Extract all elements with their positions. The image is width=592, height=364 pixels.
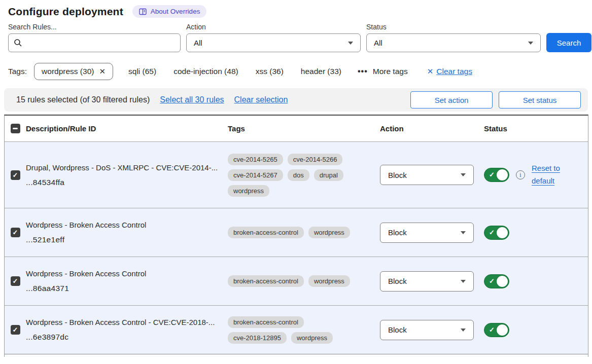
tag-option-code-injection[interactable]: code-injection (48) [173, 67, 238, 76]
action-filter-value: All [194, 39, 202, 47]
search-rules-box [8, 33, 181, 52]
clear-selection-link[interactable]: Clear selection [234, 95, 288, 104]
action-select[interactable]: Block [380, 223, 474, 243]
search-filter: Search Rules... [8, 23, 181, 52]
row-checkbox[interactable]: ✓ [11, 228, 20, 237]
check-icon: ✓ [489, 229, 495, 236]
remove-tag-icon[interactable]: ✕ [99, 67, 106, 76]
about-overrides-badge[interactable]: About Overrides [132, 5, 207, 18]
column-header-tags: Tags [228, 124, 380, 133]
action-select-value: Block [388, 325, 407, 334]
search-rules-input[interactable] [26, 39, 175, 47]
tags-label: Tags: [8, 67, 27, 76]
row-checkbox[interactable]: ✓ [11, 325, 20, 335]
check-icon: ✓ [489, 326, 495, 334]
chevron-down-icon [461, 329, 466, 332]
tag-pill: wordpress [308, 275, 350, 287]
check-icon: ✓ [13, 229, 18, 236]
set-status-button[interactable]: Set status [499, 91, 581, 108]
toggle-knob [497, 227, 508, 238]
info-icon[interactable]: i [516, 170, 525, 179]
next-row-peek [5, 354, 588, 357]
tag-option-xss[interactable]: xss (36) [256, 67, 284, 76]
status-filter: Status All [366, 23, 541, 52]
select-all-checkbox[interactable] [11, 124, 20, 133]
check-icon: ✓ [489, 171, 495, 178]
tag-option-sqli[interactable]: sqli (65) [128, 67, 156, 76]
selected-tag-label: wordpress (30) [42, 67, 94, 76]
title-row: Configure deployment About Overrides [0, 0, 592, 21]
selected-tag-wordpress[interactable]: wordpress (30) ✕ [34, 63, 113, 80]
more-tags-button[interactable]: ••• More tags [358, 67, 408, 76]
status-toggle[interactable]: ✓ [484, 323, 509, 337]
table-header: Description/Rule ID Tags Action Status [5, 116, 588, 141]
column-header-status: Status [484, 124, 588, 133]
tag-pill: broken-access-control [228, 227, 304, 238]
column-header-description: Description/Rule ID [26, 124, 228, 133]
tag-pill: cve-2018-12895 [228, 332, 287, 344]
rule-tags: broken-access-control cve-2018-12895 wor… [228, 309, 351, 351]
status-toggle[interactable]: ✓ [484, 226, 509, 240]
about-overrides-label: About Overrides [151, 8, 200, 15]
select-all-link[interactable]: Select all 30 rules [160, 95, 224, 104]
tag-options: sqli (65) code-injection (48) xss (36) h… [128, 67, 341, 76]
action-filter-label: Action [186, 23, 361, 31]
ellipsis-icon: ••• [358, 67, 368, 76]
tag-option-header[interactable]: header (33) [301, 67, 341, 76]
action-filter: Action All [186, 23, 361, 52]
chevron-down-icon [461, 231, 466, 234]
rule-id: ...84534ffa [26, 178, 219, 187]
tag-pill: wordpress [308, 227, 350, 238]
page-title: Configure deployment [8, 6, 123, 18]
selection-summary: 15 rules selected (of 30 filtered rules) [16, 95, 150, 104]
status-filter-label: Status [366, 23, 541, 31]
set-action-button[interactable]: Set action [410, 91, 493, 108]
indeterminate-icon [13, 128, 18, 129]
search-button[interactable]: Search [546, 33, 591, 52]
tag-pill: cve-2014-5267 [228, 169, 283, 181]
rules-table: Description/Rule ID Tags Action Status ✓… [4, 115, 588, 357]
action-select[interactable]: Block [380, 271, 474, 292]
book-icon [139, 8, 147, 15]
rule-description: Wordpress - Broken Access Control - CVE:… [26, 318, 219, 326]
status-filter-value: All [374, 39, 382, 47]
tag-pill: drupal [314, 169, 343, 181]
clear-tags-x-icon: ✕ [427, 67, 434, 76]
clear-tags-link[interactable]: ✕ Clear tags [427, 67, 472, 76]
action-select[interactable]: Block [380, 320, 474, 340]
status-toggle[interactable]: ✓ [484, 274, 509, 288]
action-filter-select[interactable]: All [186, 33, 361, 52]
tag-pill: wordpress [291, 332, 333, 344]
status-filter-select[interactable]: All [366, 33, 541, 52]
reset-to-default-link[interactable]: Reset to default [532, 162, 565, 188]
check-icon: ✓ [13, 278, 18, 284]
search-rules-label: Search Rules... [8, 23, 181, 31]
action-select-value: Block [388, 228, 407, 237]
column-header-action: Action [380, 124, 484, 133]
row-checkbox[interactable]: ✓ [11, 276, 20, 286]
toggle-knob [497, 324, 508, 336]
row-checkbox[interactable]: ✓ [11, 170, 20, 180]
rule-id: ...86aa4371 [26, 284, 219, 293]
table-row: ✓ Wordpress - Broken Access Control ...8… [5, 257, 588, 305]
tags-bar: Tags: wordpress (30) ✕ sqli (65) code-in… [0, 52, 592, 87]
check-icon: ✓ [13, 326, 18, 333]
chevron-down-icon [461, 280, 466, 283]
tag-pill: broken-access-control [228, 275, 304, 287]
tag-pill: wordpress [228, 185, 269, 197]
rule-tags: broken-access-control wordpress [228, 268, 351, 294]
toggle-knob [497, 276, 508, 287]
rule-tags: broken-access-control wordpress [228, 220, 351, 245]
status-toggle[interactable]: ✓ [484, 168, 509, 182]
more-tags-label: More tags [373, 67, 408, 76]
chevron-down-icon [528, 42, 533, 45]
rule-id: ...6e3897dc [26, 333, 219, 342]
table-row: ✓ Wordpress - Broken Access Control ...5… [5, 208, 588, 257]
check-icon: ✓ [489, 277, 495, 285]
action-select[interactable]: Block [380, 165, 474, 185]
clear-tags-label: Clear tags [436, 67, 472, 76]
action-select-value: Block [388, 277, 407, 285]
rule-tags: cve-2014-5265 cve-2014-5266 cve-2014-526… [228, 147, 351, 204]
chevron-down-icon [461, 173, 466, 176]
tag-pill: cve-2014-5265 [228, 154, 283, 165]
